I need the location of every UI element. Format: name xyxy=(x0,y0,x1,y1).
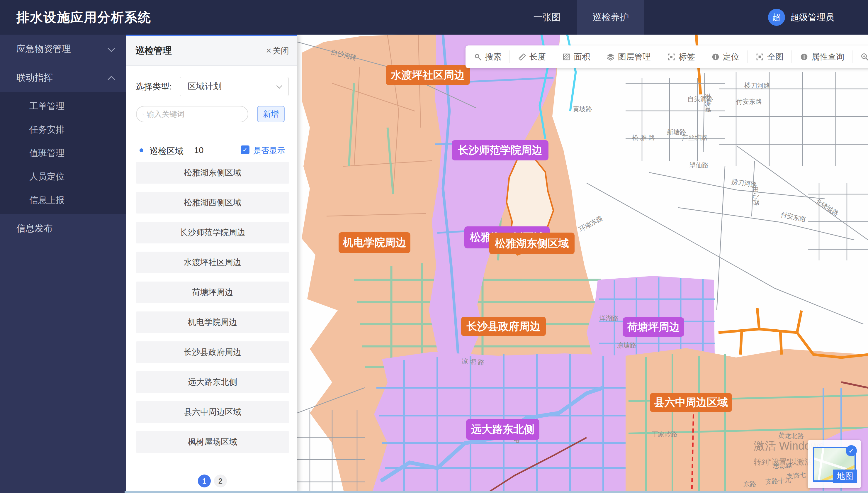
map-region-label-荷塘坪周边[interactable]: 荷塘坪周边 xyxy=(623,317,684,337)
area-icon xyxy=(562,52,571,61)
check-icon: ✓ xyxy=(846,445,857,456)
section-row: 巡检区域 10 ✓ 是否显示 xyxy=(126,143,297,157)
top-bar: 排水设施应用分析系统 一张图 巡检养护 超 超级管理员 xyxy=(0,0,868,35)
type-select[interactable]: 区域计划 xyxy=(180,77,289,96)
sidebar-subitem-人员定位[interactable]: 人员定位 xyxy=(0,165,126,188)
road-label: 付安东路 xyxy=(736,98,762,105)
tool-图层管理[interactable]: 图层管理 xyxy=(598,50,659,63)
road-label: 黄龙北路 xyxy=(778,432,804,440)
show-checkbox[interactable]: ✓ xyxy=(241,146,249,154)
app-title: 排水设施应用分析系统 xyxy=(17,9,151,26)
tool-长度[interactable]: 长度 xyxy=(510,50,554,63)
search-input-wrap[interactable] xyxy=(136,106,248,122)
pagination: 12 xyxy=(126,474,297,488)
region-list-item[interactable]: 荷塘坪周边 xyxy=(136,282,289,303)
chevron-down-icon xyxy=(276,83,282,89)
add-button[interactable]: 新增 xyxy=(257,106,285,122)
region-list-item[interactable]: 机电学院周边 xyxy=(136,312,289,333)
tool-标签[interactable]: 标签 xyxy=(659,50,703,63)
map-canvas[interactable]: 白沙河路物流大道北沙北路楼刀河路自头洞路付安东路黄坡路新塘路松 雅 路芦丝塘路望… xyxy=(297,35,868,493)
type-label: 选择类型: xyxy=(135,81,172,93)
map-region-label-长沙师范学院周边[interactable]: 长沙师范学院周边 xyxy=(452,140,549,160)
road-label: 北绕城路 xyxy=(814,197,840,217)
user-name: 超级管理员 xyxy=(790,12,834,23)
map-region-label-水渡坪社区周边[interactable]: 水渡坪社区周边 xyxy=(386,65,470,85)
road-label: 环湖东路 xyxy=(578,214,604,233)
tool-搜索[interactable]: 搜索 xyxy=(466,50,510,63)
bullet-dot-icon xyxy=(139,148,143,152)
map-region-label-远大路东北侧[interactable]: 远大路东北侧 xyxy=(466,419,539,440)
nav-tab-inspection-maintenance[interactable]: 巡检养护 xyxy=(577,0,644,35)
app-root: 排水设施应用分析系统 一张图 巡检养护 超 超级管理员 应急物资管理联动指挥工单… xyxy=(0,0,868,493)
map-region-label-县六中周边区域[interactable]: 县六中周边区域 xyxy=(650,393,732,412)
sidebar-subitem-任务安排[interactable]: 任务安排 xyxy=(0,118,126,141)
panel-close-label: 关闭 xyxy=(273,45,289,56)
tool-放大[interactable]: 放大 xyxy=(852,50,868,63)
basemap-switcher[interactable]: ✓ 地图 xyxy=(808,440,861,488)
tool-定位[interactable]: 定位 xyxy=(703,50,747,63)
map-region-label-长沙县政府周边[interactable]: 长沙县政府周边 xyxy=(461,317,546,336)
road-label: 东绕城 xyxy=(704,93,712,113)
road-label: 黄坡路 xyxy=(573,105,592,113)
sidebar-item-信息发布[interactable]: 信息发布 xyxy=(0,214,126,243)
zoomin-icon xyxy=(860,52,868,61)
section-count: 10 xyxy=(194,146,203,155)
nav-tab-overview-map[interactable]: 一张图 xyxy=(520,0,573,35)
chevron-up-icon xyxy=(108,76,115,83)
search-input[interactable] xyxy=(147,110,245,119)
locate-icon xyxy=(711,52,720,61)
road-label: 付安东路 xyxy=(780,211,807,223)
sidebar-item-应急物资管理[interactable]: 应急物资管理 xyxy=(0,35,126,63)
map-region-label-机电学院周边[interactable]: 机电学院周边 xyxy=(339,232,410,253)
sidebar-item-联动指挥[interactable]: 联动指挥 xyxy=(0,63,126,92)
section-name: 巡检区域 xyxy=(150,146,183,157)
region-list-item[interactable]: 远大路东北侧 xyxy=(136,371,289,393)
map-graphics: 白沙河路物流大道北沙北路楼刀河路自头洞路付安东路黄坡路新塘路松 雅 路芦丝塘路望… xyxy=(297,35,868,493)
map-toolbar: 搜索长度面积图层管理标签定位全图属性查询放大缩小清除 xyxy=(466,45,868,68)
road-label: 思源路 xyxy=(773,462,793,469)
page-button-1[interactable]: 1 xyxy=(198,474,211,488)
sidebar-subitem-工单管理[interactable]: 工单管理 xyxy=(0,94,126,118)
region-list-item[interactable]: 水渡坪社区周边 xyxy=(136,252,289,273)
road-label: 芦丝塘路 xyxy=(682,134,708,141)
info-icon xyxy=(800,52,808,61)
region-list: 松雅湖东侧区域松雅湖西侧区域长沙师范学院周边水渡坪社区周边荷塘坪周边机电学院周边… xyxy=(136,162,289,461)
tag-icon xyxy=(667,52,676,61)
search-icon xyxy=(473,52,482,61)
avatar[interactable]: 超 xyxy=(768,9,785,26)
region-list-item[interactable]: 枫树屋场区域 xyxy=(136,431,289,453)
sidebar-subitem-信息上报[interactable]: 信息上报 xyxy=(0,188,126,212)
fullmap-icon xyxy=(755,52,764,61)
road-label: 凉塘路 xyxy=(617,342,637,349)
region-list-item[interactable]: 县六中周边区域 xyxy=(136,401,289,423)
show-checkbox-label[interactable]: 是否显示 xyxy=(253,146,285,156)
basemap-label: 地图 xyxy=(833,470,857,483)
region-list-item[interactable]: 长沙师范学院周边 xyxy=(136,222,289,243)
road-label: 东路 xyxy=(743,480,756,488)
tool-面积[interactable]: 面积 xyxy=(554,50,598,63)
panel-header: 巡检管理 × 关闭 xyxy=(126,36,297,66)
region-list-item[interactable]: 长沙县政府周边 xyxy=(136,341,289,363)
road-label: 楼刀河路 xyxy=(744,82,770,89)
road-label: 丁家岭路 xyxy=(652,431,677,438)
sidebar-submenu: 工单管理任务安排值班管理人员定位信息上报 xyxy=(0,92,126,214)
tool-属性查询[interactable]: 属性查询 xyxy=(792,50,852,63)
inspection-panel: 巡检管理 × 关闭 选择类型: 区域计划 新增 巡检区域 10 ✓ xyxy=(125,35,297,493)
road-label: 松 雅 路 xyxy=(632,134,655,141)
panel-close-button[interactable]: × 关闭 xyxy=(266,45,289,56)
bottom-scrollbar[interactable] xyxy=(125,491,868,493)
road-label: 望仙路 xyxy=(689,162,709,169)
sidebar: 应急物资管理联动指挥工单管理任务安排值班管理人员定位信息上报信息发布 xyxy=(0,35,126,493)
panel-title: 巡检管理 xyxy=(135,45,172,57)
page-button-2[interactable]: 2 xyxy=(214,474,227,488)
user-block[interactable]: 超 超级管理员 xyxy=(768,0,834,35)
region-list-item[interactable]: 松雅湖东侧区域 xyxy=(136,162,289,184)
tool-全图[interactable]: 全图 xyxy=(747,50,792,63)
type-select-value: 区域计划 xyxy=(187,81,222,92)
layers-icon xyxy=(606,52,615,61)
map-region-label-松雅湖东侧区域[interactable]: 松雅湖东侧区域 xyxy=(489,233,575,254)
close-icon: × xyxy=(266,45,271,56)
region-list-item[interactable]: 松雅湖西侧区域 xyxy=(136,192,289,214)
chevron-down-icon xyxy=(108,45,115,52)
sidebar-subitem-值班管理[interactable]: 值班管理 xyxy=(0,141,126,165)
